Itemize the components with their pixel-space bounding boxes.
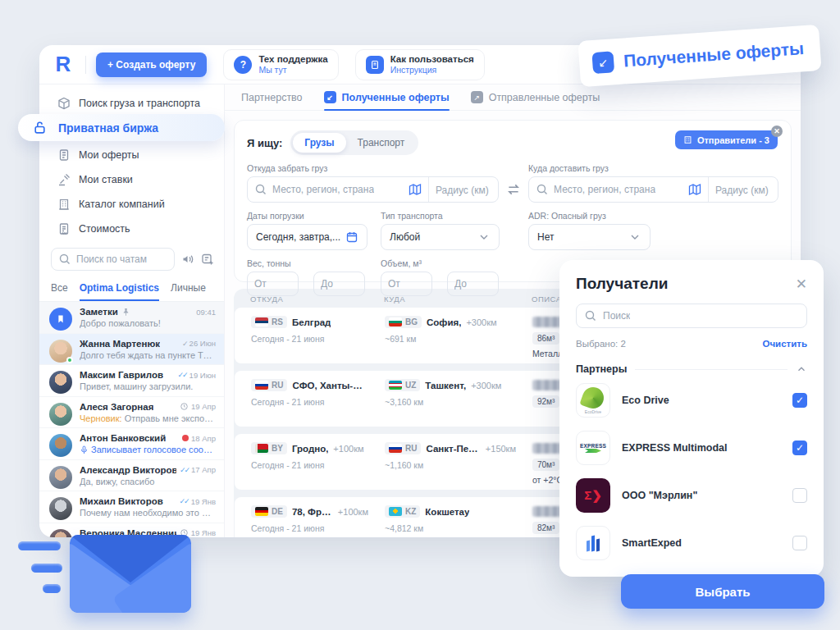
tab-inbox[interactable]: ↙Полученные оферты — [324, 84, 450, 110]
express-logo: EXPRESS — [576, 431, 610, 465]
chat-list-item[interactable]: Жанна Мартенюк ✓26 Июн Долго тебя ждать … — [39, 334, 224, 366]
seek-option[interactable]: Транспорт — [346, 133, 417, 153]
close-icon[interactable]: ✕ — [796, 277, 807, 291]
chat-tab[interactable]: Optima Logistics — [80, 279, 159, 301]
seek-option[interactable]: Грузы — [293, 133, 345, 153]
chat-list-item[interactable]: Александр Викторов ✓✓17 Апр Да, вижу, сп… — [39, 460, 224, 492]
create-offer-button[interactable]: + Создать оферту — [96, 52, 207, 77]
radius-extra: +100км — [333, 444, 363, 454]
chat-list-item[interactable]: Максим Гаврилов ✓✓19 Июн Привет, машину … — [39, 365, 224, 397]
chat-tab[interactable]: Все — [51, 279, 68, 301]
to-radius-input[interactable]: Радиус (км) — [709, 182, 778, 197]
from-place-input[interactable]: Место, регион, страна — [248, 183, 428, 196]
seek-toggle: ГрузыТранспорт — [290, 130, 418, 155]
weight-from-input[interactable]: От — [247, 272, 299, 296]
chevron-up-icon[interactable] — [796, 363, 807, 375]
sidebar-item[interactable]: Поиск груза и транспорта — [39, 91, 224, 116]
partner-checkbox[interactable]: ✓ — [792, 393, 807, 408]
choose-button[interactable]: Выбрать — [621, 574, 824, 609]
swap-route-button[interactable] — [499, 176, 528, 203]
radius-extra: +300км — [466, 317, 496, 327]
recipients-title: Получатели — [576, 275, 668, 293]
from-cell: DE 78, Франкфурт..., +100км Сегодня - 21… — [251, 505, 368, 537]
from-place-placeholder: Место, регион, страна — [272, 184, 374, 195]
chat-tab[interactable]: Личные — [171, 279, 206, 301]
chat-time: 18 Апр — [182, 434, 216, 443]
unread-badge — [182, 435, 189, 441]
partner-row[interactable]: SmartExped — [576, 521, 807, 565]
draft-label: Черновик: — [80, 413, 122, 423]
city-label: София, — [427, 317, 461, 327]
volume-to-input[interactable]: До — [447, 272, 499, 296]
senders-filter-badge[interactable]: Отправители - 3 ✕ — [675, 130, 778, 149]
map-icon[interactable] — [409, 183, 422, 196]
city-label: Ташкент, — [425, 381, 466, 390]
howto-title: Как пользоваться — [390, 54, 474, 65]
ecodrive-logo: EcoDrive — [576, 383, 610, 418]
sidebar-nav: Поиск груза и транспортаПриватная биржаМ… — [39, 84, 224, 241]
sidebar-item[interactable]: Мои ставки — [39, 167, 224, 192]
route-sub: ~1,160 км — [385, 460, 516, 470]
adr-value: Нет — [537, 231, 554, 243]
transport-type-select[interactable]: Любой — [381, 224, 500, 250]
support-card[interactable]: ? Тех поддержка Мы тут — [223, 49, 338, 80]
chat-list-item[interactable]: Антон Банковский 18 Апр Записывает голос… — [39, 428, 224, 460]
partners-group-label: Партнеры — [576, 363, 627, 375]
envelope-illustration — [70, 535, 191, 613]
app-logo[interactable]: R — [51, 52, 75, 77]
sidebar-item[interactable]: Стоимость — [39, 217, 224, 241]
search-icon — [58, 253, 71, 266]
filters-row2: Сегодня, завтра,... Любой — [247, 224, 778, 250]
desc-chip: 82м³ — [532, 522, 559, 534]
adr-select[interactable]: Нет — [528, 224, 651, 250]
tab-label: Отправленные оферты — [489, 92, 600, 103]
sidebar-item[interactable]: Каталог компаний — [39, 192, 224, 217]
partner-row[interactable]: EXPRESSEXPRESS Multimodal✓ — [576, 426, 807, 470]
package-icon — [57, 97, 71, 110]
loading-dates-select[interactable]: Сегодня, завтра,... — [247, 224, 368, 250]
volume-to-placeholder: До — [454, 278, 467, 290]
building-icon — [683, 135, 692, 144]
tab-outbox[interactable]: ↗Отправленные оферты — [471, 84, 600, 110]
city-label: Санкт-Петербург, — [426, 444, 480, 454]
chat-list-item[interactable]: Заметки 09:41 Добро пожаловать! — [39, 302, 224, 334]
chat-list-item[interactable]: Алеся Загорная 19 Апр Черновик: Отправь … — [39, 397, 224, 429]
clock-icon — [180, 402, 189, 411]
bookmark-icon — [56, 314, 66, 324]
remove-senders-filter-icon[interactable]: ✕ — [771, 126, 783, 137]
doc-icon — [57, 148, 71, 162]
recipients-search-input[interactable]: Поиск — [576, 304, 807, 328]
chat-name: Антон Банковский — [80, 433, 166, 443]
map-icon[interactable] — [688, 183, 701, 196]
from-label: Откуда забрать груз — [247, 163, 499, 173]
search-icon — [584, 309, 597, 322]
chat-search-input[interactable]: Поиск по чатам — [51, 248, 175, 271]
avatar — [49, 466, 72, 489]
chat-name: Михаил Викторов — [80, 496, 163, 506]
weight-to-input[interactable]: До — [313, 272, 365, 296]
mute-sound-icon[interactable] — [181, 253, 194, 266]
from-cell: BY Гродно, +100км Сегодня - 21 июня — [251, 442, 368, 485]
partner-checkbox[interactable] — [792, 536, 807, 550]
avatar — [49, 371, 72, 394]
partner-checkbox[interactable]: ✓ — [792, 441, 807, 455]
chat-time: ✓✓19 Янв — [180, 497, 216, 506]
country-chip: RU — [385, 442, 421, 454]
partner-row[interactable]: EcoDriveEco Drive✓ — [576, 378, 807, 422]
city-label: 78, Франкфурт..., — [292, 507, 333, 517]
partner-name: EXPRESS Multimodal — [622, 442, 728, 454]
new-chat-icon[interactable] — [201, 253, 214, 266]
partner-row[interactable]: Σ❯ООО "Мэрлин" — [576, 473, 807, 518]
chat-list-item[interactable]: Михаил Викторов ✓✓19 Янв Почему нам необ… — [39, 491, 224, 523]
from-radius-input[interactable]: Радиус (км) — [429, 182, 498, 197]
to-place-input[interactable]: Место, регион, страна — [529, 183, 708, 196]
partner-checkbox[interactable] — [792, 488, 807, 503]
tab-partnership[interactable]: Партнерство — [241, 84, 303, 110]
howto-card[interactable]: Как пользоваться Инструкция — [355, 49, 485, 80]
sidebar-item[interactable]: Мои оферты — [39, 143, 224, 167]
avatar — [49, 497, 72, 520]
clear-selection-link[interactable]: Очистить — [763, 339, 808, 349]
volume-from-input[interactable]: От — [381, 272, 432, 296]
chat-name: Алеся Загорная — [80, 402, 153, 412]
sidebar-item-private-exchange[interactable]: Приватная биржа — [18, 114, 225, 141]
